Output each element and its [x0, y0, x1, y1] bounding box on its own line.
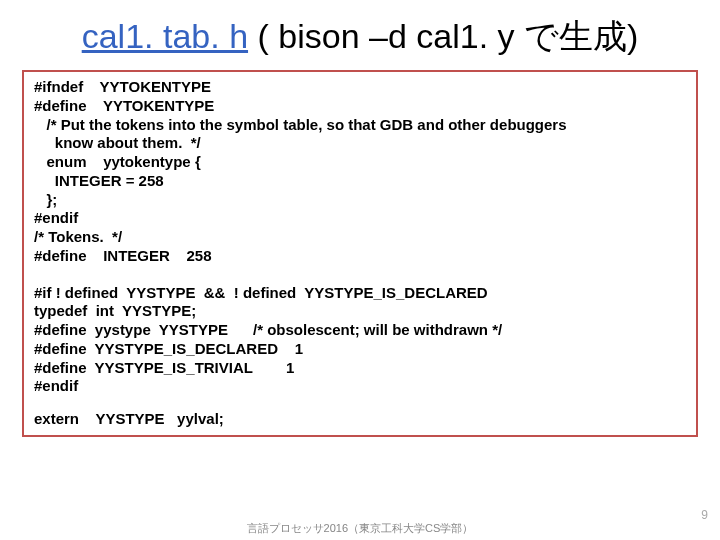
- code-line: know about them. */: [34, 134, 686, 153]
- code-block-1: #ifndef YYTOKENTYPE #define YYTOKENTYPE …: [34, 78, 686, 266]
- code-line: INTEGER = 258: [34, 172, 686, 191]
- title-file: cal1. tab. h: [82, 17, 248, 55]
- code-line: #define INTEGER 258: [34, 247, 686, 266]
- slide-title: cal1. tab. h ( bison –d cal1. y で生成): [0, 0, 720, 68]
- title-rest: ( bison –d cal1. y で生成): [248, 17, 638, 55]
- code-line: #ifndef YYTOKENTYPE: [34, 78, 686, 97]
- code-line: #if ! defined YYSTYPE && ! defined YYSTY…: [34, 284, 686, 303]
- code-line: #endif: [34, 377, 686, 396]
- code-line: /* Tokens. */: [34, 228, 686, 247]
- code-line: extern YYSTYPE yylval;: [34, 410, 686, 429]
- code-box: #ifndef YYTOKENTYPE #define YYTOKENTYPE …: [22, 70, 698, 437]
- code-line: #endif: [34, 209, 686, 228]
- code-line: #define YYTOKENTYPE: [34, 97, 686, 116]
- code-line: };: [34, 191, 686, 210]
- slide-caption: 言語プロセッサ2016（東京工科大学CS学部）: [0, 521, 720, 536]
- code-line: typedef int YYSTYPE;: [34, 302, 686, 321]
- code-block-2: #if ! defined YYSTYPE && ! defined YYSTY…: [34, 284, 686, 397]
- code-line: #define YYSTYPE_IS_DECLARED 1: [34, 340, 686, 359]
- code-line: #define yystype YYSTYPE /* obsolescent; …: [34, 321, 686, 340]
- code-line: /* Put the tokens into the symbol table,…: [34, 116, 686, 135]
- code-line: enum yytokentype {: [34, 153, 686, 172]
- page-number: 9: [701, 508, 708, 522]
- code-footer: extern YYSTYPE yylval;: [34, 410, 686, 429]
- code-line: #define YYSTYPE_IS_TRIVIAL 1: [34, 359, 686, 378]
